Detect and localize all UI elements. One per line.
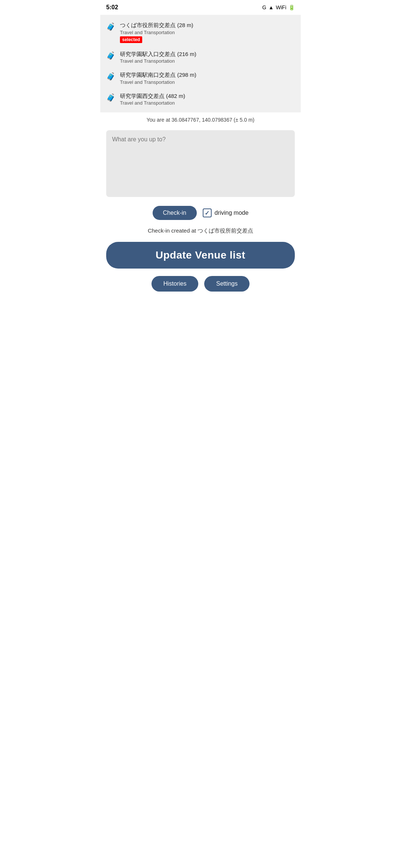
venue-selected-badge-1: selected [120, 36, 142, 43]
checkin-textarea[interactable] [106, 130, 295, 197]
venue-info-2: 研究学園駅入口交差点 (216 m) Travel and Transporta… [120, 50, 295, 64]
driving-mode-checkbox[interactable]: ✓ [203, 208, 212, 217]
checkin-button[interactable]: Check-in [153, 206, 197, 220]
venue-item-1[interactable]: 🧳 つくば市役所前交差点 (28 m) Travel and Transport… [100, 18, 301, 47]
venue-item-4[interactable]: 🧳 研究学園西交差点 (482 m) Travel and Transporta… [100, 89, 301, 110]
histories-button[interactable]: Histories [151, 276, 198, 292]
signal-icon: ▲ [268, 4, 274, 10]
status-icons: G ▲ WiFi 🔋 [262, 4, 295, 10]
update-venue-button[interactable]: Update Venue list [106, 242, 295, 269]
venue-icon-4: 🧳 [106, 93, 115, 102]
venue-info-3: 研究学園駅南口交差点 (298 m) Travel and Transporta… [120, 71, 295, 85]
settings-button[interactable]: Settings [204, 276, 250, 292]
google-icon: G [262, 4, 266, 10]
checkin-created: Check-in created at つくば市役所前交差点 [100, 224, 301, 237]
venue-info-1: つくば市役所前交差点 (28 m) Travel and Transportat… [120, 22, 295, 43]
venue-category-1: Travel and Transportation [120, 30, 295, 35]
venue-category-3: Travel and Transportation [120, 79, 295, 85]
venue-info-4: 研究学園西交差点 (482 m) Travel and Transportati… [120, 92, 295, 106]
checkin-controls: Check-in ✓ driving mode [100, 201, 301, 224]
venue-name-2: 研究学園駅入口交差点 (216 m) [120, 50, 295, 58]
venue-icon-2: 🧳 [106, 51, 115, 60]
driving-mode-container[interactable]: ✓ driving mode [203, 208, 249, 217]
venue-name-1: つくば市役所前交差点 (28 m) [120, 22, 295, 29]
venue-list: 🧳 つくば市役所前交差点 (28 m) Travel and Transport… [100, 15, 301, 112]
location-info: You are at 36.0847767, 140.0798367 (± 5.… [100, 112, 301, 127]
venue-icon-1: 🧳 [106, 22, 115, 31]
status-bar: 5:02 G ▲ WiFi 🔋 [100, 0, 301, 15]
bottom-buttons: Histories Settings [100, 273, 301, 300]
wifi-icon: WiFi [276, 4, 286, 10]
textarea-container [100, 127, 301, 201]
venue-icon-3: 🧳 [106, 72, 115, 81]
venue-name-3: 研究学園駅南口交差点 (298 m) [120, 71, 295, 79]
venue-item-2[interactable]: 🧳 研究学園駅入口交差点 (216 m) Travel and Transpor… [100, 47, 301, 68]
venue-category-4: Travel and Transportation [120, 100, 295, 106]
battery-icon: 🔋 [288, 4, 295, 10]
venue-item-3[interactable]: 🧳 研究学園駅南口交差点 (298 m) Travel and Transpor… [100, 68, 301, 89]
driving-mode-label: driving mode [215, 210, 249, 216]
venue-category-2: Travel and Transportation [120, 58, 295, 64]
checkbox-check-icon: ✓ [205, 210, 209, 217]
status-time: 5:02 [106, 4, 118, 11]
venue-name-4: 研究学園西交差点 (482 m) [120, 92, 295, 100]
